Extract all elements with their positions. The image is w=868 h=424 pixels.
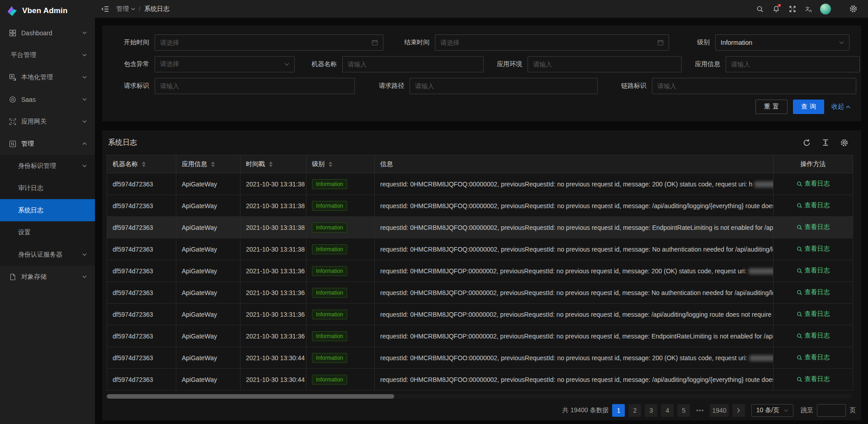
table-row[interactable]: df5974d72363 ApiGateWay 2021-10-30 13:31… — [107, 282, 853, 304]
column-header-level[interactable]: 级别 — [307, 155, 375, 173]
table-settings-button[interactable] — [840, 139, 848, 147]
fullscreen-button[interactable] — [786, 0, 799, 18]
page-content: 开始时间 结束时间 级别 — [95, 18, 868, 424]
jump-page-input[interactable] — [817, 404, 846, 417]
table-row[interactable]: df5974d72363 ApiGateWay 2021-10-30 13:31… — [107, 238, 853, 260]
app-info-input[interactable] — [731, 61, 854, 68]
sidebar-item-object-storage[interactable]: 对象存储 — [0, 266, 95, 288]
locale-button[interactable]: 文A — [802, 0, 816, 18]
view-log-link[interactable]: 查看日志 — [797, 180, 830, 188]
page-size-select[interactable]: 10 条/页 — [751, 404, 793, 417]
machine-name-field[interactable] — [342, 56, 484, 72]
cell-timestamp: 2021-10-30 13:31:36 — [241, 325, 307, 347]
logo[interactable]: Vben Admin — [0, 0, 95, 22]
cell-timestamp: 2021-10-30 13:31:38 — [241, 217, 307, 238]
sidebar-item-management[interactable]: 管理 — [0, 133, 95, 155]
sidebar-item-identity-server[interactable]: 身份认证服务器 — [0, 243, 95, 266]
sidebar-item-dashboard[interactable]: Dashboard — [0, 22, 95, 44]
chevron-up-icon — [846, 105, 850, 109]
next-page-button[interactable] — [732, 404, 745, 417]
view-log-link[interactable]: 查看日志 — [797, 310, 830, 318]
start-time-input[interactable] — [160, 39, 368, 46]
query-button[interactable]: 查询 — [793, 100, 824, 114]
search-button[interactable] — [753, 0, 767, 18]
notification-button[interactable] — [769, 0, 783, 18]
sidebar-item-audit-log[interactable]: 审计日志 — [0, 177, 95, 199]
column-header-machine-name[interactable]: 机器名称 — [107, 155, 176, 173]
view-log-link[interactable]: 查看日志 — [797, 223, 830, 231]
sidebar-item-platform-management[interactable]: 平台管理 — [0, 44, 95, 66]
request-path-field[interactable] — [410, 78, 598, 94]
request-path-input[interactable] — [415, 82, 592, 90]
page-button[interactable]: 5 — [677, 404, 690, 417]
reset-button[interactable]: 重置 — [755, 100, 788, 114]
gear-icon — [840, 139, 848, 147]
cell-message: requestId: 0HMCRBM8JQFOO:00000002, previ… — [375, 347, 774, 369]
table-row[interactable]: df5974d72363 ApiGateWay 2021-10-30 13:31… — [107, 325, 853, 347]
page-button[interactable]: 2 — [628, 404, 641, 417]
view-log-link[interactable]: 查看日志 — [797, 267, 830, 275]
cell-level: Information — [307, 304, 375, 325]
view-log-link[interactable]: 查看日志 — [797, 201, 830, 210]
request-id-field[interactable] — [155, 78, 355, 94]
table-row[interactable]: df5974d72363 ApiGateWay 2021-10-30 13:31… — [107, 260, 853, 282]
column-height-button[interactable] — [822, 139, 829, 146]
machine-name-input[interactable] — [348, 61, 478, 68]
level-badge: Information — [312, 353, 347, 363]
scrollbar-thumb[interactable] — [107, 394, 394, 399]
breadcrumb-section[interactable]: 管理 — [116, 5, 135, 13]
start-time-datepicker[interactable] — [155, 34, 383, 51]
page-button[interactable]: 3 — [645, 404, 657, 417]
table-row[interactable]: df5974d72363 ApiGateWay 2021-10-30 13:31… — [107, 217, 853, 238]
refresh-button[interactable] — [803, 139, 811, 147]
table-row[interactable]: df5974d72363 ApiGateWay 2021-10-30 13:31… — [107, 195, 853, 217]
table-row[interactable]: df5974d72363 ApiGateWay 2021-10-30 13:30… — [107, 369, 853, 391]
chevron-right-icon — [736, 408, 741, 413]
view-log-link[interactable]: 查看日志 — [797, 332, 830, 340]
level-select[interactable]: Information — [715, 34, 849, 51]
sidebar-item-localization-management[interactable]: 本地化管理 — [0, 66, 95, 88]
page-button[interactable]: ••• — [693, 404, 706, 417]
column-header-message: 信息 — [375, 155, 774, 173]
sidebar-item-app-gateway[interactable]: 应用网关 — [0, 110, 95, 133]
table-row[interactable]: df5974d72363 ApiGateWay 2021-10-30 13:30… — [107, 347, 853, 369]
app-environment-field[interactable] — [528, 56, 682, 72]
trace-id-input[interactable] — [657, 82, 851, 90]
view-log-link[interactable]: 查看日志 — [797, 353, 830, 362]
avatar[interactable] — [820, 4, 831, 14]
end-time-datepicker[interactable] — [435, 34, 669, 51]
sidebar-item-saas[interactable]: Saas — [0, 88, 95, 110]
view-log-link[interactable]: 查看日志 — [797, 375, 830, 383]
page-size-value: 10 条/页 — [756, 406, 779, 414]
page-button[interactable]: 1 — [612, 404, 625, 417]
cell-actions: 查看日志 — [774, 325, 853, 347]
request-id-input[interactable] — [160, 82, 349, 90]
table-row[interactable]: df5974d72363 ApiGateWay 2021-10-30 13:31… — [107, 304, 853, 325]
sidebar-item-identity-management[interactable]: 身份标识管理 — [0, 155, 95, 177]
settings-button[interactable] — [846, 0, 860, 18]
view-log-link[interactable]: 查看日志 — [797, 288, 830, 296]
column-header-app-info[interactable]: 应用信息 — [176, 155, 241, 173]
table-row[interactable]: df5974d72363 ApiGateWay 2021-10-30 13:31… — [107, 173, 853, 195]
collapse-toggle[interactable]: 收起 — [831, 103, 850, 111]
page-button[interactable]: 1940 — [710, 404, 728, 417]
collapse-label: 收起 — [831, 103, 844, 111]
app-info-field[interactable] — [726, 56, 860, 72]
menu-fold-button[interactable] — [101, 5, 109, 13]
cell-message: requestId: 0HMCRBM8JQFOQ:00000002, previ… — [375, 217, 774, 238]
level-badge: Information — [312, 179, 347, 189]
trace-id-field[interactable] — [652, 78, 856, 94]
breadcrumb: 管理 / 系统日志 — [116, 5, 170, 13]
cell-app-info: ApiGateWay — [176, 325, 241, 347]
sidebar-item-settings[interactable]: 设置 — [0, 221, 95, 243]
view-log-link[interactable]: 查看日志 — [797, 245, 830, 253]
column-header-timestamp[interactable]: 时间戳 — [241, 155, 307, 173]
end-time-input[interactable] — [440, 39, 654, 46]
page-button[interactable]: 4 — [661, 404, 674, 417]
sidebar-item-system-log[interactable]: 系统日志 — [0, 199, 95, 221]
app-environment-input[interactable] — [533, 61, 676, 68]
horizontal-scrollbar[interactable] — [107, 394, 853, 399]
saas-icon — [9, 95, 17, 103]
include-exception-select[interactable]: 请选择 — [155, 56, 295, 72]
sort-icon — [211, 162, 215, 167]
